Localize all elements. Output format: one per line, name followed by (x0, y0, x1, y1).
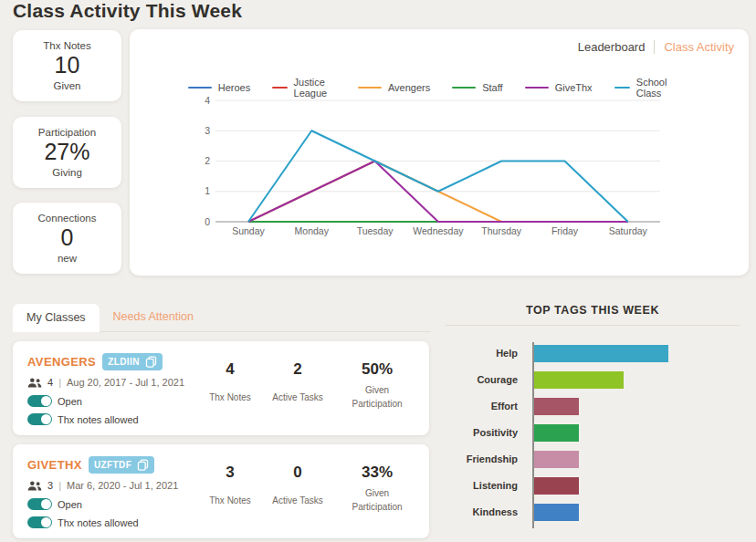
tab-leaderboard[interactable]: Leaderboard (578, 40, 646, 54)
class-card-info: GIVETHX UZFTDF 3 | Mar 6, 2020 - Jul 1, … (27, 456, 178, 529)
dashboard: Class Activity This Week Thx Notes 10 Gi… (0, 0, 756, 542)
tag-bar-row: Kindness (446, 503, 752, 521)
tag-bar-row: Courage (446, 370, 752, 389)
activity-panel-tabs: Leaderboard Class Activity (578, 40, 734, 54)
top-tags-title: TOP TAGS THIS WEEK (446, 304, 740, 317)
tag-bar-row: Effort (446, 397, 752, 415)
tag-bar[interactable] (534, 345, 668, 362)
tag-label: Positivity (446, 427, 526, 438)
series-line-school-class (248, 130, 628, 222)
toggle-knob (41, 414, 51, 424)
toggle-thx-label: Thx notes allowed (58, 414, 139, 425)
class-card-stats: 4 Thx Notes 2 Active Tasks 50% Given Par… (206, 353, 415, 426)
top-tags-bar-chart: HelpCourageEffortPositivityFriendshipLis… (446, 344, 752, 529)
tab-my-classes[interactable]: My Classes (13, 304, 100, 332)
toggle-open[interactable] (27, 498, 52, 510)
meta-separator: | (58, 480, 61, 491)
tag-label: Effort (446, 401, 526, 412)
x-tick-label: Sunday (232, 225, 265, 236)
tag-bar[interactable] (534, 398, 579, 415)
thx-notes-count: 4 (206, 360, 254, 379)
stat-value: 10 (55, 53, 80, 78)
stat-value: 27% (44, 140, 89, 165)
class-code-copy-button[interactable]: UZFTDF (89, 456, 154, 474)
stat-value: 0 (61, 225, 74, 251)
toggle-thx-notes-allowed[interactable] (27, 413, 52, 425)
tag-label: Kindness (446, 506, 526, 517)
tag-bar-row: Help (446, 344, 752, 362)
legend-swatch (188, 87, 212, 89)
tag-bar-row: Listening (446, 476, 752, 495)
x-tick-label: Saturday (609, 225, 648, 236)
active-tasks-label: Active Tasks (268, 392, 327, 402)
tag-bar[interactable] (534, 477, 579, 495)
toggle-knob (41, 517, 51, 527)
active-tasks-count: 2 (268, 360, 327, 379)
legend-swatch (272, 87, 287, 89)
tag-bar[interactable] (534, 504, 579, 521)
class-code: UZFTDF (94, 460, 131, 470)
toggle-thx-notes-allowed[interactable] (27, 516, 52, 528)
participation-label: Given Participation (341, 487, 413, 514)
stat-sub: Given (53, 80, 80, 91)
tab-needs-attention[interactable]: Needs Attention (100, 303, 207, 331)
thx-notes-count: 3 (206, 464, 254, 482)
copy-icon (137, 459, 149, 471)
page-title: Class Activity This Week (13, 0, 242, 22)
y-tick-label: 2 (205, 155, 210, 166)
y-tick-label: 1 (205, 185, 210, 196)
y-tick-label: 0 (205, 216, 210, 227)
tag-bar-row: Friendship (446, 450, 752, 468)
participation-percent: 50% (341, 360, 413, 379)
classes-tabs: My Classes Needs Attention (13, 303, 431, 332)
tag-bar[interactable] (534, 371, 624, 389)
class-name[interactable]: AVENGERS (27, 355, 96, 369)
x-tick-label: Thursday (481, 225, 522, 236)
stat-label: Connections (38, 213, 97, 224)
active-tasks-count: 0 (268, 464, 327, 482)
stat-sub: new (58, 253, 77, 264)
class-code: ZLDIIN (108, 357, 140, 367)
tag-label: Listening (446, 480, 526, 491)
y-tick-label: 3 (205, 125, 210, 136)
class-card-info: AVENGERS ZLDIIN 4 | Aug 20, 2017 - Jul 1… (27, 353, 184, 426)
toggle-open-label: Open (58, 396, 82, 407)
tag-bar[interactable] (534, 424, 579, 442)
legend-swatch (358, 87, 382, 89)
meta-separator: | (58, 377, 61, 388)
legend-swatch (525, 87, 549, 89)
toggle-open-label: Open (58, 499, 82, 510)
stat-label: Thx Notes (43, 40, 90, 51)
tag-label: Friendship (446, 453, 526, 464)
class-dates: Mar 6, 2020 - Jul 1, 2021 (67, 480, 178, 491)
tag-label: Courage (446, 374, 526, 385)
member-count: 3 (47, 480, 53, 491)
class-card-avengers[interactable]: AVENGERS ZLDIIN 4 | Aug 20, 2017 - Jul 1… (13, 341, 429, 435)
class-name[interactable]: GIVETHX (27, 458, 82, 472)
toggle-knob (41, 499, 51, 509)
members-icon (27, 378, 42, 388)
toggle-open[interactable] (27, 395, 52, 407)
tab-divider (654, 40, 655, 54)
copy-icon (145, 356, 157, 368)
member-count: 4 (47, 377, 53, 388)
stat-label: Participation (38, 127, 96, 138)
stat-card-participation: Participation 27% Giving (13, 117, 121, 188)
tab-class-activity[interactable]: Class Activity (664, 40, 734, 54)
y-tick-label: 4 (205, 95, 210, 106)
x-tick-label: Friday (551, 225, 579, 236)
toggle-thx-label: Thx notes allowed (58, 517, 139, 528)
participation-label: Given Participation (341, 384, 413, 411)
x-tick-label: Tuesday (357, 225, 394, 236)
legend-swatch (452, 87, 476, 89)
class-card-givethx[interactable]: GIVETHX UZFTDF 3 | Mar 6, 2020 - Jul 1, … (13, 444, 429, 538)
legend-swatch (614, 87, 630, 89)
toggle-knob (41, 396, 51, 406)
x-tick-label: Wednesday (413, 225, 464, 236)
active-tasks-label: Active Tasks (268, 495, 327, 506)
stat-sub: Giving (52, 167, 82, 178)
class-code-copy-button[interactable]: ZLDIIN (102, 353, 163, 370)
stat-card-connections: Connections 0 new (13, 203, 121, 274)
class-card-stats: 3 Thx Notes 0 Active Tasks 33% Given Par… (206, 456, 415, 529)
tag-bar[interactable] (534, 451, 579, 468)
